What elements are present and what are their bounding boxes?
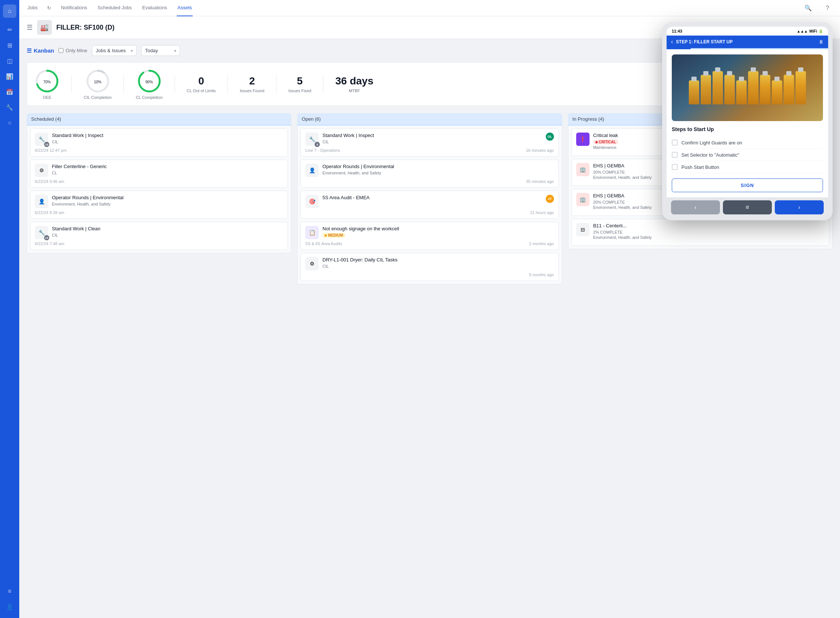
card-icon: ⊟: [576, 223, 590, 236]
column-scheduled-body: 🔧 18 Standard Work | Inspect CIL 6/22/24…: [27, 126, 291, 253]
card-category: Environment, Health, and Safety: [322, 171, 554, 175]
step-item-3: Push Start Button: [672, 161, 823, 173]
card-date: 6/22/24 8:28 am: [35, 210, 64, 215]
stat-divider-4: [228, 75, 228, 93]
help-icon[interactable]: ?: [822, 3, 833, 13]
card-icon: 👤: [305, 163, 319, 177]
sidebar-icon-tools[interactable]: 🔧: [3, 101, 16, 114]
card-icon: 📋: [305, 226, 319, 239]
card-op-rounds-open[interactable]: 👤 Operator Rounds | Environmental Enviro…: [301, 160, 559, 188]
card-date: 6/22/24 12:47 pm: [35, 148, 67, 153]
issues-found-value: 2: [249, 75, 255, 87]
card-title: DRY-L1-001 Dryer: Daily CIL Tasks: [322, 257, 554, 263]
step-item-2: Set Selector to "Automatic": [672, 149, 823, 161]
sidebar-icon-home[interactable]: ⌂: [3, 4, 16, 18]
stat-divider-2: [124, 75, 124, 93]
column-open-body: 🔧 8 Standard Work | Inspect CIL OL Line …: [297, 126, 562, 284]
sidebar-icon-calendar[interactable]: 📅: [3, 85, 16, 98]
card-dry-dryer[interactable]: ⚙ DRY-L1-001 Dryer: Daily CIL Tasks CIL …: [301, 253, 559, 281]
nav-scheduled-jobs[interactable]: Scheduled Jobs: [97, 0, 133, 16]
stat-cil: 10% CIL Completion: [84, 68, 112, 100]
mtbf-label: MTBF: [349, 89, 360, 93]
filter-select[interactable]: Jobs & Issues Jobs Only Issues Only: [92, 45, 137, 56]
column-open-header: Open (6): [297, 113, 562, 126]
sidebar-icon-circle[interactable]: ○: [3, 116, 16, 129]
card-title: Not enough signage on the workcell: [322, 226, 554, 232]
nav-notifications[interactable]: Notifications: [60, 0, 88, 16]
date-select[interactable]: Today This Week This Month: [141, 45, 180, 56]
bottle: [795, 71, 806, 104]
stat-cl: 90% CL Completion: [136, 68, 162, 100]
card-5s-audit[interactable]: 🎯 5S Area Audit - EMEA AT 21 hours ago: [301, 191, 559, 219]
mobile-status-bar: 11:43 ▲▲▲ WiFi 🔋: [667, 27, 828, 36]
kanban-menu-icon[interactable]: ☰: [27, 48, 31, 54]
step-checkbox-1[interactable]: [672, 140, 678, 146]
card-category: 5S & 6S Area Audits: [305, 241, 342, 246]
mobile-back-button[interactable]: ‹: [671, 39, 673, 45]
card-title: Standard Work | Clean: [52, 226, 283, 232]
mobile-sign-button[interactable]: SIGN: [672, 178, 823, 192]
sidebar-icon-edit[interactable]: ✏: [3, 23, 16, 36]
mobile-battery-icon: 🔋: [819, 29, 823, 33]
mobile-machine-image: [672, 55, 823, 121]
search-icon[interactable]: 🔍: [803, 3, 813, 13]
refresh-icon[interactable]: ↻: [47, 5, 51, 11]
mobile-status-icons: ▲▲▲ WiFi 🔋: [797, 29, 823, 33]
card-icon: 🏢: [576, 193, 590, 206]
card-title: 5S Area Audit - EMEA: [322, 195, 542, 201]
card-op-rounds-env[interactable]: 👤 Operator Rounds | Environmental Enviro…: [30, 191, 288, 219]
sidebar-icon-user[interactable]: 👤: [3, 600, 16, 614]
nav-assets[interactable]: Assets: [177, 0, 193, 16]
machine-icon: 🏭: [37, 20, 52, 35]
mobile-step-title: STEP 1: FILLER START UP: [676, 39, 816, 45]
card-b11-centerline[interactable]: ⊟ B11 - Centerli... 2% COMPLETE Environm…: [571, 219, 829, 246]
sidebar-icon-layers[interactable]: ◫: [3, 54, 16, 67]
mobile-wifi-icon: WiFi: [809, 29, 817, 33]
mobile-pause-button[interactable]: ⏸: [819, 39, 824, 45]
mobile-signal-icon: ▲▲▲: [797, 29, 808, 33]
column-open: Open (6) 🔧 8 Standard Work | Inspect CIL: [297, 113, 562, 284]
step-checkbox-2[interactable]: [672, 152, 678, 158]
only-mine-checkbox[interactable]: [58, 48, 63, 53]
mobile-prev-button[interactable]: ‹: [671, 200, 720, 214]
kanban-title: ☰ Kanban: [27, 48, 54, 54]
sidebar-icon-chart[interactable]: 📊: [3, 70, 16, 83]
column-scheduled-header: Scheduled (4): [27, 113, 291, 126]
card-icon: 🔧 18: [35, 226, 48, 239]
card-sw-inspect-open[interactable]: 🔧 8 Standard Work | Inspect CIL OL Line …: [301, 128, 559, 157]
card-filler-centerline[interactable]: ⚙ Filler Centerline - Generic CL 6/22/24…: [30, 160, 288, 188]
card-title: Operator Rounds | Environmental: [322, 163, 554, 170]
only-mine-label: Only Mine: [58, 48, 88, 53]
breadcrumb-back-icon[interactable]: ☰: [27, 23, 33, 31]
card-time: 16 minutes ago: [526, 148, 554, 153]
card-date: 6/22/24 7:48 am: [35, 241, 64, 246]
cl-out-label: CL Out of Limits: [187, 89, 216, 93]
card-sw-clean[interactable]: 🔧 18 Standard Work | Clean CIL 6/22/24 7…: [30, 222, 288, 250]
date-select-wrapper: Today This Week This Month ▼: [141, 45, 180, 56]
sidebar-icon-list[interactable]: ≡: [3, 585, 16, 598]
card-title: Filler Centerline - Generic: [52, 163, 283, 170]
step-checkbox-3[interactable]: [672, 164, 678, 170]
mobile-next-button[interactable]: ›: [775, 200, 824, 214]
card-badge: 18: [44, 235, 50, 241]
mtbf-value: 36 days: [335, 75, 374, 87]
sidebar-icon-grid[interactable]: ⊞: [3, 39, 16, 52]
stat-cl-out: 0 CL Out of Limits: [187, 75, 216, 93]
card-category: Environment, Health, and Safety: [52, 202, 283, 206]
cl-label: CL Completion: [136, 95, 162, 100]
mobile-screen: 11:43 ▲▲▲ WiFi 🔋 ‹ STEP 1: FILLER START …: [667, 27, 828, 216]
bottle: [748, 71, 758, 104]
nav-jobs[interactable]: Jobs: [27, 0, 38, 16]
steps-title: Steps to Start Up: [672, 126, 823, 132]
card-time: 5 months ago: [529, 273, 554, 277]
card-sw-inspect-1[interactable]: 🔧 18 Standard Work | Inspect CIL 6/22/24…: [30, 128, 288, 157]
step-item-1: Confirm Light Guards are on: [672, 137, 823, 149]
card-title: Standard Work | Inspect: [322, 132, 542, 139]
card-signage-issue[interactable]: 📋 Not enough signage on the workcell MED…: [301, 222, 559, 250]
nav-evaluations[interactable]: Evaluations: [141, 0, 168, 16]
mobile-body: Steps to Start Up Confirm Light Guards a…: [667, 49, 828, 198]
mobile-nav-bar: ‹ STEP 1: FILLER START UP ⏸: [667, 36, 828, 48]
card-category: CIL: [322, 264, 554, 269]
card-time: 35 minutes ago: [526, 179, 554, 184]
mobile-menu-button[interactable]: ≡: [723, 200, 772, 214]
